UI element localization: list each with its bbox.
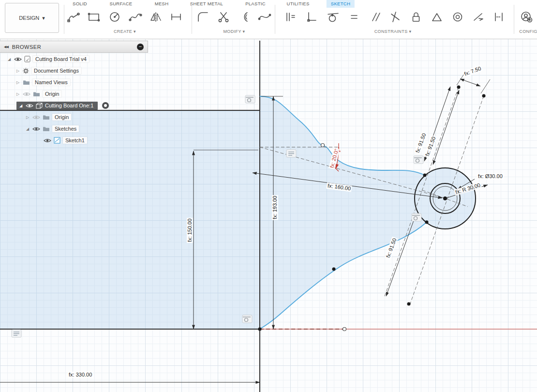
browser-panel: ◀◀ BROWSER − ◢ Cutting Board Trial v4 ▷ … [0, 41, 148, 152]
chevron-down-icon: ▾ [42, 15, 45, 21]
dimension-tool-icon[interactable] [492, 10, 506, 25]
collapse-all-icon[interactable]: − [137, 44, 144, 50]
modify-group-label[interactable]: MODIFY ▾ [223, 29, 245, 34]
visibility-eye-icon[interactable] [26, 103, 33, 108]
design-menu-label: DESIGN [19, 15, 39, 21]
browser-item-label[interactable]: Cutting Board Trial v4 [33, 56, 89, 62]
fix-constraint-icon[interactable] [409, 10, 423, 25]
dim-193-label[interactable]: fx: 193.00 [272, 195, 278, 220]
browser-row-document[interactable]: ◢ Cutting Board Trial v4 [7, 54, 89, 64]
freeform-curve-tool-icon[interactable] [257, 10, 272, 25]
browser-header: ◀◀ BROWSER − [0, 41, 148, 53]
browser-item-label[interactable]: Named Views [32, 79, 70, 86]
folder-icon [23, 79, 30, 85]
collapse-panel-icon[interactable]: ◀◀ [4, 45, 8, 49]
tab-utilities[interactable]: UTILITIES [282, 0, 313, 8]
toolbar-divider [275, 5, 275, 34]
dim-330-label[interactable]: fx: 330.00 [68, 372, 93, 378]
config-icon[interactable] [519, 10, 533, 25]
mirror-tool-icon[interactable] [149, 10, 163, 25]
browser-row-named-views[interactable]: ▷ Named Views [15, 77, 70, 88]
symmetry-constraint-icon[interactable] [471, 10, 485, 25]
dim-diameter-label[interactable]: fx: Ø30.00 [477, 173, 504, 180]
selected-item-chip[interactable]: ◢ Cutting Board One:1 [16, 102, 98, 110]
folder-icon [43, 114, 50, 120]
browser-row-active-component[interactable]: ◢ Cutting Board One:1 [16, 100, 109, 111]
browser-item-label[interactable]: Cutting Board One:1 [45, 103, 93, 108]
fillet-tool-icon[interactable] [196, 10, 210, 25]
design-menu-button[interactable]: DESIGN ▾ [5, 3, 59, 33]
circle-tool-icon[interactable] [107, 10, 122, 25]
equal-constraint-icon[interactable] [346, 10, 361, 25]
activate-component-radio[interactable] [102, 102, 109, 109]
sketch-icon [54, 137, 60, 144]
document-icon [24, 56, 30, 62]
expand-arrow-icon[interactable]: ▷ [25, 115, 30, 120]
browser-row-document-settings[interactable]: ▷ Document Settings [15, 65, 81, 76]
browser-item-label[interactable]: Origin [52, 114, 71, 121]
component-icon [36, 103, 43, 109]
expand-arrow-icon[interactable]: ◢ [7, 57, 12, 61]
visibility-eye-off-icon[interactable] [32, 115, 40, 120]
tab-mesh[interactable]: MESH [150, 0, 173, 8]
midpoint-constraint-icon[interactable] [430, 10, 444, 25]
perpendicular-constraint-icon[interactable] [388, 10, 403, 25]
parallel-constraint-icon[interactable] [367, 10, 382, 25]
constraints-group-label[interactable]: CONSTRAINTS ▾ [374, 29, 412, 34]
visibility-eye-off-icon[interactable] [23, 91, 30, 97]
offset-tool-icon[interactable] [237, 10, 252, 25]
expand-arrow-icon[interactable]: ▷ [15, 92, 20, 96]
browser-item-label[interactable]: Document Settings [31, 67, 81, 74]
visibility-eye-icon[interactable] [14, 57, 22, 62]
line-tool-icon[interactable] [66, 10, 81, 25]
browser-title: BROWSER [12, 44, 41, 50]
expand-arrow-icon[interactable]: ◢ [25, 127, 30, 131]
slot-tool-icon[interactable] [169, 10, 183, 25]
create-group-label[interactable]: CREATE ▾ [114, 29, 136, 34]
horizontal-vertical-constraint-icon[interactable] [304, 10, 318, 25]
browser-item-label[interactable]: Sketch1 [63, 137, 87, 144]
tab-plastic[interactable]: PLASTIC [241, 0, 270, 8]
toolbar-divider [514, 5, 514, 34]
expand-arrow-icon[interactable]: ▷ [15, 80, 20, 85]
browser-item-label[interactable]: Sketches [52, 125, 79, 132]
toolbar: DESIGN ▾ SOLID SURFACE MESH SHEET METAL … [0, 0, 537, 39]
tab-solid[interactable]: SOLID [68, 0, 91, 8]
dim-150-label[interactable]: fx: 150.00 [187, 218, 193, 243]
browser-row-sketch1[interactable]: Sketch1 [44, 135, 87, 146]
tangent-constraint-icon[interactable] [326, 10, 340, 25]
browser-row-origin-child[interactable]: ▷ Origin [25, 112, 71, 122]
toolbar-divider [192, 5, 192, 34]
trim-tool-icon[interactable] [216, 10, 231, 25]
config-group-label[interactable]: CONFIG [519, 29, 537, 34]
visibility-eye-icon[interactable] [44, 138, 51, 143]
expand-arrow-icon[interactable]: ◢ [18, 104, 23, 108]
expand-arrow-icon[interactable]: ▷ [15, 69, 20, 73]
toolbar-divider [64, 5, 64, 34]
tab-sketch[interactable]: SKETCH [327, 0, 355, 8]
browser-item-label[interactable]: Origin [43, 90, 61, 97]
rectangle-tool-icon[interactable] [87, 10, 101, 25]
spline-tool-icon[interactable] [128, 10, 143, 25]
tab-surface[interactable]: SURFACE [105, 0, 137, 8]
browser-row-sketches[interactable]: ◢ Sketches [25, 123, 79, 134]
browser-row-origin[interactable]: ▷ Origin [15, 89, 61, 99]
visibility-eye-icon[interactable] [32, 126, 40, 132]
coincident-constraint-icon[interactable] [283, 10, 298, 25]
folder-icon [33, 91, 40, 97]
gear-icon [23, 68, 29, 74]
concentric-constraint-icon[interactable] [450, 10, 465, 25]
folder-icon [43, 126, 50, 132]
